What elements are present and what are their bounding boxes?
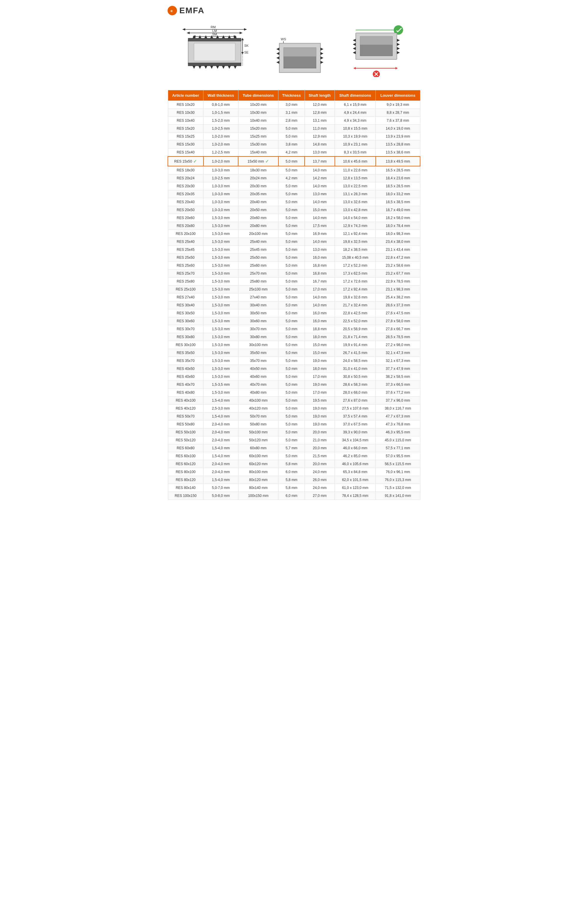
diagram-correct-incorrect bbox=[350, 24, 409, 78]
table-row: RES 60x801,5-4,0 mm60x80 mm5,7 mm20,0 mm… bbox=[168, 444, 420, 452]
table-row: RES 60x1202,0-4,0 mm60x120 mm5,8 mm20,0 … bbox=[168, 460, 420, 468]
table-row: RES 20x401,0-3,0 mm20x40 mm5,0 mm14,0 mm… bbox=[168, 198, 420, 206]
table-row: RES 40x501,5-3,0 mm40x50 mm5,0 mm18,0 mm… bbox=[168, 365, 420, 373]
col-wall-thickness: Wall thickness bbox=[203, 90, 239, 101]
svg-marker-32 bbox=[234, 66, 237, 69]
logo-icon: e bbox=[168, 6, 177, 15]
table-row: RES 30x401,5-3,0 mm30x40 mm5,0 mm14,0 mm… bbox=[168, 301, 420, 309]
table-row: RES 20x301,0-3,0 mm20x30 mm5,0 mm14,0 mm… bbox=[168, 182, 420, 190]
product-table: Article number Wall thickness Tube dimen… bbox=[168, 90, 420, 500]
table-row: RES 10x200,8-1,0 mm10x20 mm3,0 mm12,0 mm… bbox=[168, 101, 420, 109]
table-row: RES 50x1202,0-4,0 mm50x120 mm5,0 mm21,0 … bbox=[168, 436, 420, 444]
svg-marker-66 bbox=[397, 51, 400, 54]
table-row: RES 15x201,0-2,5 mm15x20 mm5,0 mm11,0 mm… bbox=[168, 125, 420, 133]
svg-marker-7 bbox=[240, 32, 242, 34]
svg-marker-27 bbox=[204, 66, 207, 69]
table-row: RES 25x501,5-3,0 mm25x50 mm5,0 mm16,0 mm… bbox=[168, 254, 420, 262]
table-row: RES 100x1505,0-8,0 mm100x150 mm6,0 mm27,… bbox=[168, 492, 420, 500]
svg-marker-59 bbox=[353, 39, 356, 42]
svg-marker-49 bbox=[320, 48, 323, 51]
table-row: RES 25x801,5-3,0 mm25x80 mm5,0 mm16,7 mm… bbox=[168, 278, 420, 286]
table-row: RES 30x701,5-3,0 mm30x70 mm5,0 mm18,8 mm… bbox=[168, 325, 420, 333]
table-row: RES 80x1201,5-4,0 mm80x120 mm5,8 mm26,0 … bbox=[168, 476, 420, 484]
table-row: RES 50x1002,0-4,0 mm50x100 mm5,0 mm20,0 … bbox=[168, 428, 420, 436]
svg-text:RM: RM bbox=[211, 25, 216, 29]
svg-marker-68 bbox=[354, 67, 356, 69]
table-row: RES 15x401,2-2,5 mm15x40 mm4,2 mm13,0 mm… bbox=[168, 149, 420, 157]
svg-marker-65 bbox=[397, 47, 400, 50]
table-row: RES 20x1001,5-3,0 mm20x100 mm5,0 mm16,9 … bbox=[168, 230, 420, 238]
table-row: RES 20x501,0-3,0 mm20x50 mm5,0 mm15,0 mm… bbox=[168, 206, 420, 214]
svg-marker-23 bbox=[228, 35, 231, 38]
svg-marker-60 bbox=[353, 43, 356, 46]
col-louver-dimensions: Louver dimensions bbox=[376, 90, 420, 101]
svg-marker-52 bbox=[320, 61, 323, 64]
svg-marker-63 bbox=[397, 39, 400, 42]
table-row: RES 40x1202,5-3,0 mm40x120 mm5,0 mm19,0 … bbox=[168, 405, 420, 413]
diagrams-section: RM LM SM bbox=[168, 21, 420, 81]
table-row: RES 20x801,5-3,0 mm20x80 mm5,0 mm17,5 mm… bbox=[168, 222, 420, 230]
svg-text:SK: SK bbox=[244, 44, 249, 47]
table-body: RES 10x200,8-1,0 mm10x20 mm3,0 mm12,0 mm… bbox=[168, 101, 420, 500]
table-row: RES 25x1001,5-3,0 mm25x100 mm5,0 mm17,0 … bbox=[168, 286, 420, 293]
table-row: RES 18x301,0-3,0 mm18x30 mm5,0 mm14,0 mm… bbox=[168, 166, 420, 174]
table-row: RES 15x301,0-2,0 mm15x30 mm3,8 mm14,8 mm… bbox=[168, 141, 420, 149]
header: e EMFA bbox=[168, 6, 420, 15]
table-row: RES 40x801,5-3,0 mm40x80 mm5,0 mm17,0 mm… bbox=[168, 389, 420, 397]
table-row: RES 25x451,5-3,0 mm25x45 mm5,0 mm13,0 mm… bbox=[168, 246, 420, 254]
table-row: RES 30x1001,5-3,0 mm30x100 mm5,0 mm15,0 … bbox=[168, 341, 420, 349]
table-row: RES 60x1001,5-4,0 mm60x100 mm5,0 mm21,5 … bbox=[168, 452, 420, 460]
svg-marker-22 bbox=[222, 35, 225, 38]
table-row: RES 20x351,0-3,0 mm20x35 mm5,0 mm13,0 mm… bbox=[168, 190, 420, 198]
svg-marker-28 bbox=[210, 66, 213, 69]
svg-marker-18 bbox=[199, 35, 202, 38]
svg-rect-58 bbox=[360, 36, 393, 45]
table-row: RES 35x701,5-3,0 mm35x70 mm5,0 mm19,0 mm… bbox=[168, 357, 420, 365]
table-row: RES 25x401,5-3,0 mm25x40 mm5,0 mm14,0 mm… bbox=[168, 238, 420, 246]
svg-text:LM: LM bbox=[212, 29, 217, 33]
svg-marker-45 bbox=[276, 48, 279, 51]
table-row: RES 25x701,5-3,0 mm25x70 mm5,0 mm16,8 mm… bbox=[168, 270, 420, 278]
col-tube-dimensions: Tube dimensions bbox=[238, 90, 278, 101]
svg-marker-2 bbox=[182, 28, 185, 31]
table-row: RES 20x241,0-2,5 mm20x24 mm4,2 mm14,2 mm… bbox=[168, 174, 420, 182]
col-article-number: Article number bbox=[168, 90, 203, 101]
svg-text:WS: WS bbox=[281, 37, 286, 41]
table-header-row: Article number Wall thickness Tube dimen… bbox=[168, 90, 420, 101]
svg-marker-30 bbox=[222, 66, 225, 69]
svg-marker-3 bbox=[244, 28, 247, 31]
svg-marker-64 bbox=[397, 43, 400, 46]
svg-text:SM: SM bbox=[212, 33, 217, 36]
svg-marker-61 bbox=[353, 47, 356, 50]
svg-marker-62 bbox=[353, 51, 356, 54]
svg-marker-50 bbox=[320, 52, 323, 55]
col-thickness: Thickness bbox=[278, 90, 304, 101]
table-row: RES 80x1002,0-4,0 mm80x100 mm6,0 mm24,0 … bbox=[168, 468, 420, 476]
table-row: RES 40x1001,5-4,0 mm40x100 mm5,0 mm19,5 … bbox=[168, 397, 420, 405]
svg-rect-44 bbox=[284, 48, 316, 56]
table-row: RES 25x601,5-3,0 mm25x60 mm5,0 mm16,8 mm… bbox=[168, 262, 420, 270]
table-row: RES 40x601,5-3,0 mm40x60 mm5,0 mm17,0 mm… bbox=[168, 373, 420, 381]
svg-marker-29 bbox=[216, 66, 219, 69]
table-row: RES 40x701,5-3,5 mm40x70 mm5,0 mm19,0 mm… bbox=[168, 381, 420, 389]
svg-rect-16 bbox=[188, 63, 241, 66]
svg-marker-6 bbox=[187, 32, 189, 34]
table-row: RES 50x802,0-4,0 mm50x80 mm5,0 mm19,0 mm… bbox=[168, 421, 420, 428]
brand-name: EMFA bbox=[179, 6, 205, 15]
svg-marker-25 bbox=[192, 66, 195, 69]
svg-marker-69 bbox=[396, 67, 398, 69]
table-row: RES 20x601,5-3,0 mm20x60 mm5,0 mm14,0 mm… bbox=[168, 214, 420, 222]
table-row: RES 15x50 ✓1,0-2,0 mm15x50 mm ✓5,0 mm13,… bbox=[168, 157, 420, 166]
table-row: RES 15x251,0-2,0 mm15x25 mm5,0 mm12,9 mm… bbox=[168, 133, 420, 141]
diagram-front-view: WS bbox=[273, 24, 326, 78]
table-row: RES 35x501,5-3,0 mm35x50 mm5,0 mm15,0 mm… bbox=[168, 349, 420, 357]
col-shaft-length: Shaft length bbox=[304, 90, 335, 101]
diagram-side-view: RM LM SM bbox=[179, 24, 250, 78]
table-row: RES 10x301,0-1,5 mm10x30 mm3,1 mm12,8 mm… bbox=[168, 109, 420, 117]
table-row: RES 80x1405,0-7,0 mm80x140 mm5,8 mm24,0 … bbox=[168, 484, 420, 492]
table-row: RES 30x501,5-3,0 mm30x50 mm5,0 mm16,0 mm… bbox=[168, 309, 420, 317]
svg-marker-19 bbox=[204, 35, 207, 38]
table-row: RES 30x601,5-3,0 mm30x60 mm5,0 mm16,0 mm… bbox=[168, 317, 420, 325]
svg-marker-51 bbox=[320, 56, 323, 59]
svg-rect-15 bbox=[188, 38, 241, 41]
